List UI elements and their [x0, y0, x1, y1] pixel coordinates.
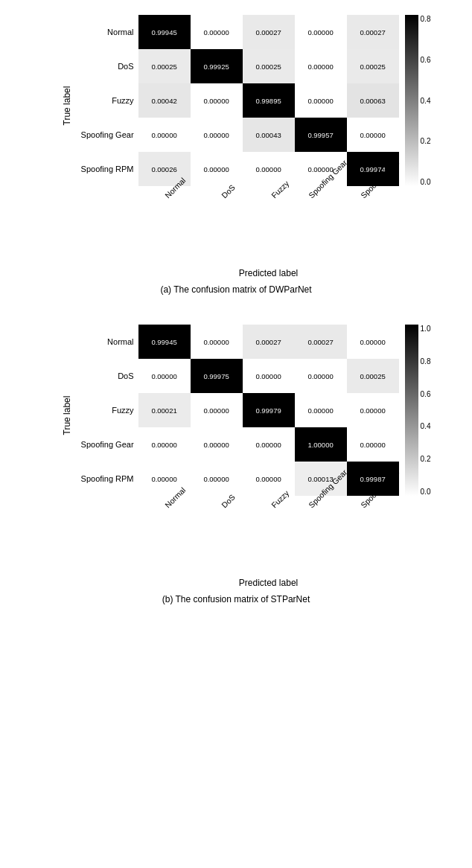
col-label: Spoofing Gear [295, 497, 347, 542]
matrix-cell: 0.00021 [138, 393, 191, 427]
matrix-cell: 0.00000 [191, 427, 243, 462]
figure-a: True label Normal0.999450.000000.000270.… [0, 7, 472, 295]
colorbar-tick-bot-a: 0.0 [421, 178, 431, 186]
matrix-cell: 0.99979 [243, 393, 295, 427]
matrix-cell: 0.00000 [347, 325, 399, 359]
matrix-cell: 0.00000 [191, 152, 243, 186]
matrix-cell: 0.00025 [347, 359, 399, 393]
row-label: Fuzzy [79, 96, 138, 105]
matrix-cell: 0.00025 [347, 49, 399, 83]
col-label: Normal [138, 497, 191, 542]
colorbar-a: 0.8 0.6 0.4 0.2 0.0 [405, 15, 431, 186]
colorbar-tick-3-b: 0.6 [421, 390, 431, 398]
x-axis-label-b: Predicted label [138, 578, 399, 588]
matrix-cell: 0.00043 [243, 118, 295, 152]
y-axis-label-b: True label [62, 396, 72, 435]
matrix-cell: 0.00027 [347, 15, 399, 49]
col-label: Spoofing Gear [295, 188, 347, 232]
matrix-row: Normal0.999450.000000.000270.000000.0002… [79, 15, 399, 49]
colorbar-tick-bot-b: 0.0 [421, 488, 431, 496]
matrix-cell: 0.00000 [191, 15, 243, 49]
col-label: Fuzzy [243, 188, 295, 232]
matrix-cell: 0.99945 [138, 15, 191, 49]
col-label: DoS [191, 497, 243, 542]
caption-b: (b) The confusion matrix of STParNet [162, 594, 310, 604]
matrix-cell: 0.00042 [138, 83, 191, 118]
row-label: Spoofing Gear [79, 440, 138, 449]
matrix-cell: 0.00000 [138, 118, 191, 152]
row-label: Spoofing Gear [79, 130, 138, 139]
matrix-cell: 0.00000 [347, 118, 399, 152]
matrix-cell: 0.00000 [347, 427, 399, 462]
matrix-cell: 0.00000 [295, 83, 347, 118]
col-label: Normal [138, 188, 191, 232]
matrix-cell: 0.00000 [295, 359, 347, 393]
matrix-cell: 0.00000 [295, 393, 347, 427]
x-axis-label-a: Predicted label [138, 268, 399, 278]
caption-a: (a) The confusion matrix of DWParNet [160, 284, 311, 295]
matrix-cell: 0.00025 [138, 49, 191, 83]
row-label: DoS [79, 62, 138, 71]
row-label: Normal [79, 28, 138, 36]
colorbar-tick-5-b: 0.2 [421, 455, 431, 463]
matrix-row: Spoofing Gear0.000000.000000.000001.0000… [79, 427, 399, 462]
matrix-cell: 0.00000 [191, 118, 243, 152]
matrix-cell: 0.00000 [138, 359, 191, 393]
matrix-row: Spoofing RPM0.000000.000000.000000.00013… [79, 462, 399, 496]
matrix-row: DoS0.000000.999750.000000.000000.00025 [79, 359, 399, 393]
matrix-cell: 0.99957 [295, 118, 347, 152]
matrix-cell: 0.99945 [138, 325, 191, 359]
matrix-cell: 0.99895 [243, 83, 295, 118]
matrix-cell: 0.00000 [243, 359, 295, 393]
colorbar-b: 1.0 0.8 0.6 0.4 0.2 0.0 [405, 325, 431, 496]
col-label: Fuzzy [243, 497, 295, 542]
colorbar-tick-3-a: 0.4 [421, 97, 431, 105]
matrix-row: Fuzzy0.000420.000000.998950.000000.00063 [79, 83, 399, 118]
col-label: DoS [191, 188, 243, 232]
matrix-cell: 0.00000 [191, 393, 243, 427]
matrix-cell: 0.00000 [295, 15, 347, 49]
matrix-cell: 0.00027 [295, 325, 347, 359]
row-label: Spoofing RPM [79, 474, 138, 483]
row-label: Spoofing RPM [79, 165, 138, 173]
matrix-cell: 0.00025 [243, 49, 295, 83]
col-label: Spoofing RPM [347, 188, 399, 232]
row-label: Normal [79, 337, 138, 346]
colorbar-tick-2-a: 0.6 [421, 56, 431, 64]
matrix-cell: 0.00000 [138, 427, 191, 462]
matrix-row: Normal0.999450.000000.000270.000270.0000… [79, 325, 399, 359]
matrix-cell: 0.99975 [191, 359, 243, 393]
matrix-cell: 0.00027 [243, 15, 295, 49]
matrix-cell: 0.00063 [347, 83, 399, 118]
matrix-cell: 0.00027 [243, 325, 295, 359]
matrix-row: DoS0.000250.999250.000250.000000.00025 [79, 49, 399, 83]
matrix-row: Fuzzy0.000210.000000.999790.000000.00000 [79, 393, 399, 427]
matrix-cell: 0.00000 [191, 462, 243, 496]
colorbar-tick-4-b: 0.4 [421, 422, 431, 430]
matrix-cell: 0.00000 [191, 325, 243, 359]
matrix-cell: 0.00000 [243, 427, 295, 462]
row-label: DoS [79, 371, 138, 380]
matrix-row: Spoofing Gear0.000000.000000.000430.9995… [79, 118, 399, 152]
colorbar-tick-4-a: 0.2 [421, 137, 431, 145]
col-label: Spoofing RPM [347, 497, 399, 542]
colorbar-tick-top-a: 0.8 [421, 15, 431, 23]
colorbar-tick-top-b: 1.0 [421, 325, 431, 333]
matrix-cell: 0.00000 [347, 393, 399, 427]
matrix-cell: 0.00000 [295, 49, 347, 83]
colorbar-tick-2-b: 0.8 [421, 357, 431, 366]
matrix-row: Spoofing RPM0.000260.000000.000000.00000… [79, 152, 399, 186]
matrix-cell: 0.00000 [191, 83, 243, 118]
figure-b: True label Normal0.999450.000000.000270.… [0, 317, 472, 604]
row-label: Fuzzy [79, 406, 138, 415]
matrix-cell: 1.00000 [295, 427, 347, 462]
y-axis-label-a: True label [62, 86, 72, 126]
matrix-cell: 0.99925 [191, 49, 243, 83]
